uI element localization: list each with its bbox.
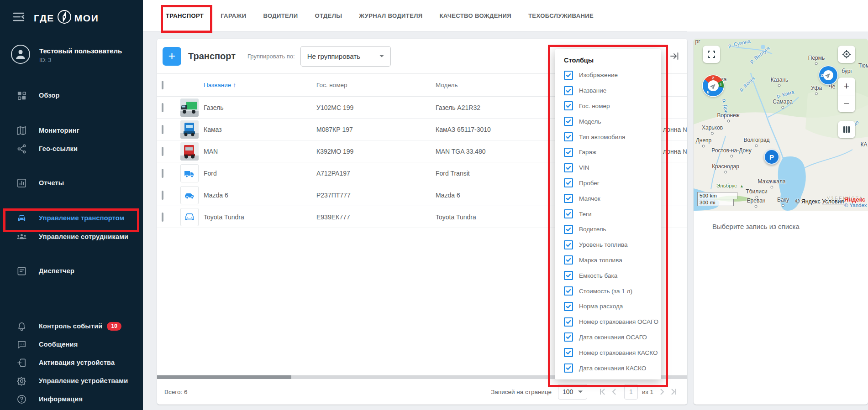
sidebar-item-fleet-management[interactable]: Управление транспортом xyxy=(0,209,143,227)
checked-checkbox[interactable] xyxy=(564,86,573,95)
sidebar-item-monitoring[interactable]: Мониторинг xyxy=(0,121,143,140)
sidebar-item-device-management[interactable]: Управление устройствами xyxy=(0,372,143,390)
checked-checkbox[interactable] xyxy=(564,132,573,141)
column-toggle-item[interactable]: Водитель xyxy=(564,222,661,237)
checked-checkbox[interactable] xyxy=(564,240,573,249)
event-count-badge: 10 xyxy=(107,322,121,331)
column-toggle-item[interactable]: Модель xyxy=(564,114,661,129)
zoom-out-button[interactable]: − xyxy=(838,95,855,113)
vehicle-cluster-marker[interactable]: 2 xyxy=(819,66,837,84)
per-page-select[interactable]: 100 xyxy=(558,384,587,400)
vehicle-cluster-marker[interactable]: 2 1 6 xyxy=(703,75,724,96)
last-page-button[interactable] xyxy=(668,386,680,398)
select-all-checkbox[interactable] xyxy=(162,81,163,89)
checked-checkbox[interactable] xyxy=(564,117,573,126)
sidebar-item-event-control[interactable]: Контроль событий 10 xyxy=(0,317,143,335)
column-toggle-item[interactable]: Гараж xyxy=(564,145,661,160)
column-toggle-item[interactable]: Емкость бака xyxy=(564,268,661,283)
tab-maintenance[interactable]: ТЕХОБСЛУЖИВАНИЕ xyxy=(528,12,594,19)
map-canvas[interactable]: рг р. Сухона р. Ветлуга Пермь xyxy=(694,39,868,211)
checked-checkbox[interactable] xyxy=(564,148,573,157)
map-label: КА xyxy=(861,142,868,148)
checked-checkbox[interactable] xyxy=(564,255,573,265)
add-vehicle-button[interactable]: + xyxy=(163,47,181,66)
checked-checkbox[interactable] xyxy=(564,363,573,373)
row-checkbox[interactable] xyxy=(162,125,163,134)
column-toggle-item[interactable]: Номер страхования КАСКО xyxy=(564,345,661,360)
column-header-plate[interactable]: Гос. номер xyxy=(316,82,436,88)
checked-checkbox[interactable] xyxy=(564,302,573,311)
map-label: Баку xyxy=(777,197,789,207)
checked-checkbox[interactable] xyxy=(564,332,573,342)
tab-driver-log[interactable]: ЖУРНАЛ ВОДИТЕЛЯ xyxy=(359,12,422,19)
checked-checkbox[interactable] xyxy=(564,317,573,327)
column-toggle-item[interactable]: Дата окончания КАСКО xyxy=(564,360,661,376)
fullscreen-button[interactable] xyxy=(703,46,720,63)
first-page-button[interactable] xyxy=(596,386,608,398)
checked-checkbox[interactable] xyxy=(564,286,573,296)
geolocate-button[interactable] xyxy=(838,46,855,63)
tab-driving-quality[interactable]: КАЧЕСТВО ВОЖДЕНИЯ xyxy=(440,12,512,19)
column-toggle-item[interactable]: VIN xyxy=(564,160,661,176)
sidebar-item-information[interactable]: Информация xyxy=(0,390,143,408)
column-toggle-item[interactable]: Марка топлива xyxy=(564,253,661,268)
group-by-select[interactable]: Не группировать xyxy=(300,46,391,67)
page-number-input[interactable]: 1 xyxy=(624,384,638,400)
column-header-model[interactable]: Модель xyxy=(436,82,550,88)
sidebar-item-reports[interactable]: Отчеты xyxy=(0,174,143,192)
checked-checkbox[interactable] xyxy=(564,101,573,110)
column-toggle-item[interactable]: Название xyxy=(564,83,661,99)
prev-page-button[interactable] xyxy=(608,386,620,398)
column-toggle-item[interactable]: Дата окончания ОСАГО xyxy=(564,330,661,345)
scrollbar-thumb[interactable] xyxy=(157,375,291,379)
sidebar-item-device-activation[interactable]: Активация устройства xyxy=(0,353,143,372)
menu-toggle-icon[interactable] xyxy=(13,12,25,22)
checked-checkbox[interactable] xyxy=(564,178,573,187)
sidebar-item-geolinks[interactable]: Гео-ссылки xyxy=(0,140,143,158)
checked-checkbox[interactable] xyxy=(564,194,573,203)
collapse-panel-icon[interactable] xyxy=(669,51,680,63)
sidebar-item-dispatcher[interactable]: Диспетчер xyxy=(0,262,143,280)
checked-checkbox[interactable] xyxy=(564,163,573,172)
yandex-logo[interactable]: Яндекс © Yandex xyxy=(844,196,867,208)
checked-checkbox[interactable] xyxy=(564,209,573,218)
row-checkbox[interactable] xyxy=(162,213,163,222)
column-toggle-item[interactable]: Маячок xyxy=(564,191,661,206)
layers-button[interactable] xyxy=(838,121,855,138)
terms-link[interactable]: Условия xyxy=(822,198,844,205)
tab-transport[interactable]: ТРАНСПОРТ xyxy=(166,12,204,19)
column-toggle-item[interactable]: Уровень топлива xyxy=(564,237,661,253)
row-checkbox[interactable] xyxy=(162,169,163,178)
next-page-button[interactable] xyxy=(656,386,668,398)
user-profile[interactable]: Тестовый пользователь ID: 3 xyxy=(10,44,122,67)
column-toggle-item[interactable]: Норма расхода xyxy=(564,299,661,314)
sidebar-item-employee-management[interactable]: Управление сотрудниками xyxy=(0,228,143,246)
tab-drivers[interactable]: ВОДИТЕЛИ xyxy=(263,12,298,19)
parking-marker[interactable]: P xyxy=(764,149,779,165)
checked-checkbox[interactable] xyxy=(564,71,573,80)
tab-garages[interactable]: ГАРАЖИ xyxy=(221,12,246,19)
column-toggle-item[interactable]: Изображение xyxy=(564,67,661,83)
row-checkbox[interactable] xyxy=(162,191,163,200)
map-label: Казань xyxy=(771,77,789,87)
map-label: Махачкала xyxy=(758,179,785,188)
sidebar-item-messages[interactable]: Сообщения xyxy=(0,335,143,353)
column-toggle-item[interactable]: Номер страхования ОСАГО xyxy=(564,314,661,330)
map-label: Днепр xyxy=(696,138,712,147)
column-toggle-item[interactable]: Тип автомобиля xyxy=(564,129,661,145)
checked-checkbox[interactable] xyxy=(564,225,573,234)
checked-checkbox[interactable] xyxy=(564,271,573,280)
row-checkbox[interactable] xyxy=(162,147,163,156)
column-toggle-item[interactable]: Стоимость (за 1 л) xyxy=(564,283,661,299)
column-header-name[interactable]: Название↑ xyxy=(204,82,316,88)
checked-checkbox[interactable] xyxy=(564,348,573,357)
tab-departments[interactable]: ОТДЕЛЫ xyxy=(315,12,342,19)
zoom-in-button[interactable]: + xyxy=(838,78,855,95)
column-toggle-item[interactable]: Гос. номер xyxy=(564,99,661,114)
column-toggle-item[interactable]: Теги xyxy=(564,206,661,222)
table-footer: Всего: 6 Записей на странице 100 1 из 1 xyxy=(157,379,687,405)
tabs: ТРАНСПОРТ ГАРАЖИ ВОДИТЕЛИ ОТДЕЛЫ ЖУРНАЛ … xyxy=(166,0,594,31)
column-toggle-item[interactable]: Пробег xyxy=(564,176,661,191)
sidebar-item-overview[interactable]: Обзор xyxy=(0,86,143,104)
row-checkbox[interactable] xyxy=(162,103,163,112)
